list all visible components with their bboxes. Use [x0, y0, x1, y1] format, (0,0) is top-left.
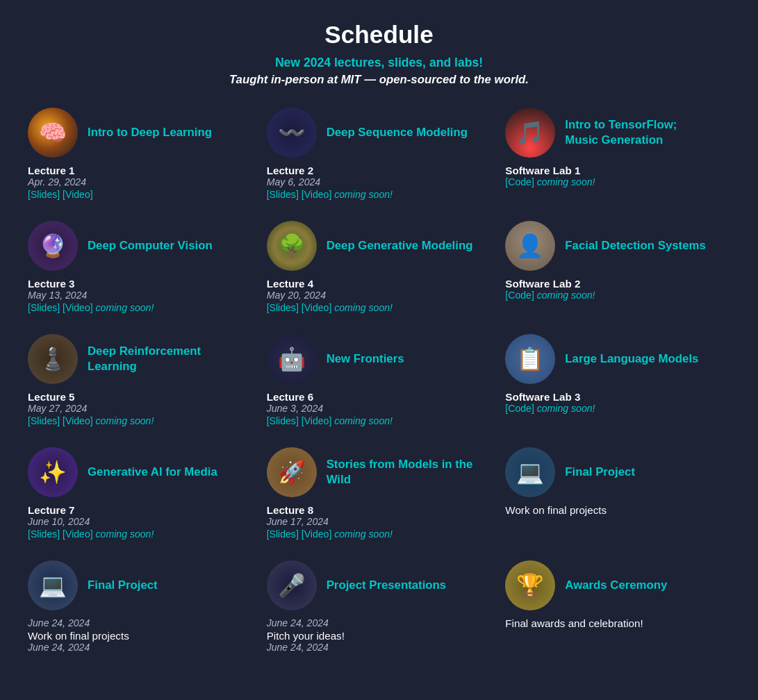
- card-rl-body: Lecture 5May 27, 2024[Slides] [Video] co…: [28, 391, 253, 426]
- card-stories-link-video[interactable]: [Video]: [302, 528, 332, 540]
- card-facial-header: 👤Facial Detection Systems: [505, 221, 730, 271]
- card-rl-date: May 27, 2024: [28, 403, 253, 414]
- card-gen-link-slides[interactable]: [Slides]: [267, 302, 299, 313]
- card-tf-image: 🎵: [505, 108, 555, 158]
- card-seq-mod-link-slides[interactable]: [Slides]: [267, 189, 299, 200]
- card-stories-coming-soon: coming soon!: [331, 528, 393, 540]
- card-presentations-date: June 24, 2024: [267, 617, 492, 628]
- card-awards-header: 🏆Awards Ceremony: [505, 560, 730, 610]
- card-cv-link-video[interactable]: [Video]: [63, 302, 93, 313]
- card-genai-date: June 10, 2024: [28, 516, 253, 527]
- card-frontiers: 🤖New FrontiersLecture 6June 3, 2024[Slid…: [267, 334, 492, 426]
- card-intro-dl-date: Apr. 29, 2024: [28, 176, 253, 188]
- card-intro-dl-link-video[interactable]: [Video]: [63, 189, 93, 200]
- card-frontiers-coming-soon: coming soon!: [331, 415, 393, 426]
- card-cv-header: 🔮Deep Computer Vision: [28, 221, 253, 271]
- card-presentations-title[interactable]: Project Presentations: [327, 578, 447, 593]
- card-gen-title[interactable]: Deep Generative Modeling: [327, 238, 473, 253]
- card-tf-title[interactable]: Intro to TensorFlow; Music Generation: [565, 117, 677, 148]
- card-seq-mod-title[interactable]: Deep Sequence Modeling: [327, 125, 468, 140]
- card-presentations-body: June 24, 2024Pitch your ideas!June 24, 2…: [267, 617, 492, 654]
- card-genai-image: ✨: [28, 447, 78, 497]
- card-fp-lab-header: 💻Final Project: [505, 447, 730, 497]
- card-stories: 🚀Stories from Models in the WildLecture …: [267, 447, 492, 540]
- card-seq-mod-link-video[interactable]: [Video]: [302, 189, 332, 200]
- card-seq-mod-image: 〰️: [267, 108, 317, 158]
- card-genai-links: [Slides] [Video] coming soon!: [28, 528, 253, 540]
- card-rl-link-video[interactable]: [Video]: [63, 415, 93, 426]
- card-fp-work-date: June 24, 2024: [28, 617, 253, 628]
- card-cv-links: [Slides] [Video] coming soon!: [28, 302, 253, 313]
- card-llm-link-code[interactable]: [Code]: [505, 403, 534, 414]
- card-fp-lab-title[interactable]: Final Project: [565, 465, 635, 480]
- card-gen-type: Lecture 4: [267, 278, 492, 290]
- card-stories-body: Lecture 8June 17, 2024[Slides] [Video] c…: [267, 504, 492, 540]
- card-awards-body: Final awards and celebration!: [505, 617, 730, 629]
- card-facial-title[interactable]: Facial Detection Systems: [565, 238, 705, 253]
- card-cv-body: Lecture 3May 13, 2024[Slides] [Video] co…: [28, 278, 253, 313]
- card-fp-work: 💻Final ProjectJune 24, 2024Work on final…: [28, 560, 253, 654]
- subtitle-new-lectures: New 2024 lectures, slides, and labs!: [28, 56, 730, 70]
- card-intro-dl-links: [Slides] [Video]: [28, 189, 253, 200]
- card-genai: ✨Generative AI for MediaLecture 7June 10…: [28, 447, 253, 540]
- card-fp-work-title[interactable]: Final Project: [88, 578, 158, 593]
- card-gen-date: May 20, 2024: [267, 290, 492, 301]
- card-fp-work-body: June 24, 2024Work on final projectsJune …: [28, 617, 253, 654]
- card-stories-link-slides[interactable]: [Slides]: [267, 528, 299, 540]
- schedule-grid: 🧠Intro to Deep LearningLecture 1Apr. 29,…: [28, 108, 730, 654]
- card-intro-dl: 🧠Intro to Deep LearningLecture 1Apr. 29,…: [28, 108, 253, 200]
- card-frontiers-header: 🤖New Frontiers: [267, 334, 492, 384]
- card-stories-date: June 17, 2024: [267, 516, 492, 527]
- card-presentations-header: 🎤Project Presentations: [267, 560, 492, 610]
- card-presentations-image: 🎤: [267, 560, 317, 610]
- card-awards-title[interactable]: Awards Ceremony: [565, 578, 667, 593]
- card-stories-header: 🚀Stories from Models in the Wild: [267, 447, 492, 497]
- card-rl-image: ♟️: [28, 334, 78, 384]
- card-tf-link-code[interactable]: [Code]: [505, 176, 534, 188]
- card-cv-coming-soon: coming soon!: [93, 302, 154, 313]
- card-facial-image: 👤: [505, 221, 555, 271]
- card-rl-title[interactable]: Deep Reinforcement Learning: [88, 344, 253, 374]
- card-fp-lab-body: Work on final projects: [505, 504, 730, 516]
- card-frontiers-link-slides[interactable]: [Slides]: [267, 415, 299, 426]
- card-frontiers-link-video[interactable]: [Video]: [302, 415, 332, 426]
- card-gen-image: 🌳: [267, 221, 317, 271]
- card-frontiers-title[interactable]: New Frontiers: [327, 351, 404, 367]
- card-presentations: 🎤Project PresentationsJune 24, 2024Pitch…: [267, 560, 492, 654]
- card-seq-mod: 〰️Deep Sequence ModelingLecture 2May 6, …: [267, 108, 492, 200]
- card-genai-body: Lecture 7June 10, 2024[Slides] [Video] c…: [28, 504, 253, 540]
- card-seq-mod-header: 〰️Deep Sequence Modeling: [267, 108, 492, 158]
- card-cv-type: Lecture 3: [28, 278, 253, 290]
- card-genai-link-slides[interactable]: [Slides]: [28, 528, 60, 540]
- card-llm-body: Software Lab 3[Code] coming soon!: [505, 391, 730, 414]
- card-facial-links: [Code] coming soon!: [505, 290, 730, 301]
- card-stories-title[interactable]: Stories from Models in the Wild: [327, 457, 492, 488]
- card-tf-type: Software Lab 1: [505, 165, 730, 176]
- card-gen: 🌳Deep Generative ModelingLecture 4May 20…: [267, 221, 492, 313]
- card-genai-header: ✨Generative AI for Media: [28, 447, 253, 497]
- card-facial-link-code[interactable]: [Code]: [505, 290, 534, 301]
- card-genai-link-video[interactable]: [Video]: [63, 528, 93, 540]
- card-tf-header: 🎵Intro to TensorFlow; Music Generation: [505, 108, 730, 158]
- card-seq-mod-body: Lecture 2May 6, 2024[Slides] [Video] com…: [267, 165, 492, 200]
- card-intro-dl-link-slides[interactable]: [Slides]: [28, 189, 60, 200]
- card-genai-type: Lecture 7: [28, 504, 253, 516]
- card-fp-work-subtitle: Work on final projects: [28, 630, 253, 642]
- card-rl-link-slides[interactable]: [Slides]: [28, 415, 60, 426]
- card-awards: 🏆Awards CeremonyFinal awards and celebra…: [505, 560, 730, 654]
- card-presentations-subtitle: Pitch your ideas!: [267, 630, 492, 642]
- card-intro-dl-header: 🧠Intro to Deep Learning: [28, 108, 253, 158]
- card-genai-title[interactable]: Generative AI for Media: [88, 465, 217, 480]
- card-stories-links: [Slides] [Video] coming soon!: [267, 528, 492, 540]
- subtitle-taught-mit: Taught in-person at MIT — open-sourced t…: [28, 73, 730, 87]
- card-cv-link-slides[interactable]: [Slides]: [28, 302, 60, 313]
- card-gen-link-video[interactable]: [Video]: [302, 302, 332, 313]
- card-llm-image: 📋: [505, 334, 555, 384]
- card-stories-type: Lecture 8: [267, 504, 492, 516]
- card-tf: 🎵Intro to TensorFlow; Music GenerationSo…: [505, 108, 730, 200]
- card-intro-dl-title[interactable]: Intro to Deep Learning: [88, 125, 212, 140]
- card-seq-mod-coming-soon: coming soon!: [331, 189, 393, 200]
- card-cv-title[interactable]: Deep Computer Vision: [88, 238, 213, 253]
- card-llm-title[interactable]: Large Language Models: [565, 351, 698, 367]
- card-intro-dl-body: Lecture 1Apr. 29, 2024[Slides] [Video]: [28, 165, 253, 200]
